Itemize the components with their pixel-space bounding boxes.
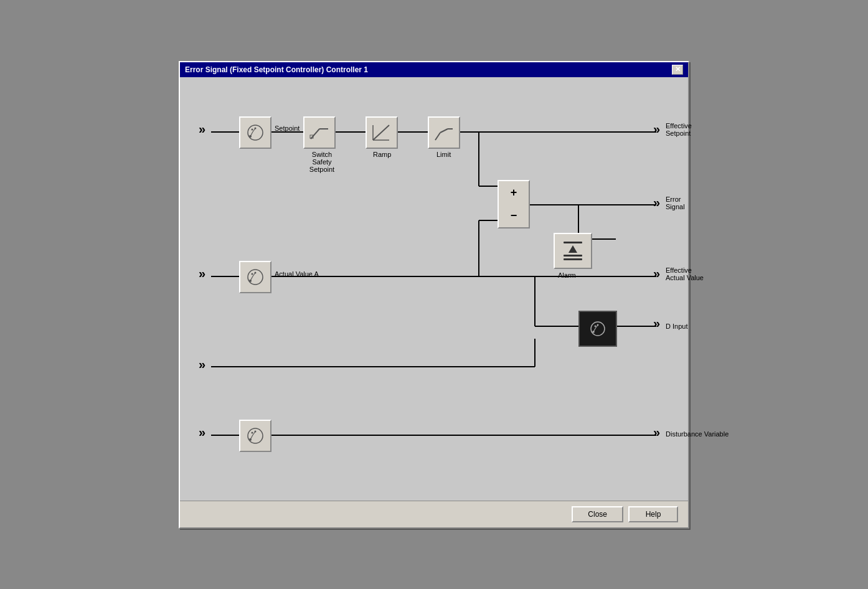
effective-actual-value-arrow: » [653, 266, 660, 281]
svg-point-45 [595, 325, 597, 327]
disturbance-block[interactable] [239, 420, 271, 452]
alarm-label: Alarm [558, 271, 576, 279]
svg-line-35 [435, 133, 440, 140]
error-signal-arrow: » [653, 196, 660, 210]
window-title: Error Signal (Fixed Setpoint Controller)… [185, 65, 368, 74]
d-input-label: D Input [666, 323, 687, 330]
limit-label: Limit [436, 151, 451, 158]
d-input-arrow: » [653, 316, 660, 331]
svg-line-32 [373, 125, 389, 140]
svg-point-43 [591, 322, 605, 336]
svg-line-29 [311, 129, 319, 139]
switch-safety-block[interactable] [303, 116, 336, 149]
actual-value-block[interactable] [239, 261, 271, 293]
ramp-label: Ramp [373, 151, 391, 158]
footer: Close Help [180, 501, 688, 527]
title-bar: Error Signal (Fixed Setpoint Controller)… [180, 62, 688, 77]
summing-block: + − [498, 180, 530, 229]
row3-input-arrow: » [199, 357, 205, 372]
close-button[interactable]: Close [572, 506, 623, 522]
diagram-area: » » » » » » » » » [180, 77, 688, 501]
actual-value-label: Actual Value A [275, 270, 319, 278]
close-icon[interactable]: ✕ [672, 65, 683, 75]
setpoint-block[interactable] [239, 116, 271, 149]
setpoint-input-arrow: » [199, 122, 205, 136]
error-signal-label: Error Signal [666, 196, 685, 210]
disturbance-output-arrow: » [653, 425, 660, 440]
effective-setpoint-arrow: » [653, 122, 660, 136]
svg-point-41 [252, 273, 253, 275]
svg-line-36 [440, 129, 448, 133]
svg-point-49 [252, 431, 253, 433]
actual-value-input-arrow: » [199, 266, 205, 281]
setpoint-label: Setpoint [275, 125, 300, 132]
help-button[interactable]: Help [628, 506, 678, 522]
limit-block[interactable] [428, 116, 460, 149]
ramp-block[interactable] [366, 116, 398, 149]
disturbance-variable-label: Disturbance Variable [666, 430, 729, 438]
alarm-block[interactable] [554, 233, 592, 269]
effective-actual-value-label: Effective Actual Value [666, 266, 704, 281]
effective-setpoint-label: Effective Setpoint [666, 122, 692, 137]
svg-point-27 [252, 128, 253, 130]
disturbance-input-arrow: » [199, 425, 205, 440]
main-window: Error Signal (Fixed Setpoint Controller)… [179, 61, 689, 529]
switch-safety-label: Switch Safety Setpoint [303, 151, 341, 173]
d-input-block[interactable] [578, 311, 617, 347]
signal-flow-diagram: » » » » » » » » » [192, 90, 676, 488]
